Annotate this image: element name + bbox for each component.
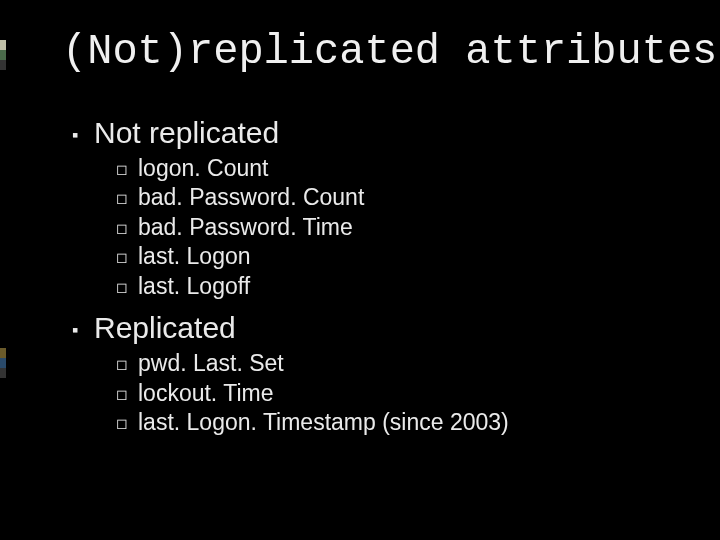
bullet-icon: ◻ [116,386,138,404]
bullet-icon: ◻ [116,161,138,179]
list-item-text: last. Logon [138,242,251,271]
bullet-icon: ◻ [116,220,138,238]
list-item-text: logon. Count [138,154,268,183]
section-heading: ▪ Not replicated [72,116,509,150]
bullet-icon: ▪ [72,126,94,144]
list-item: ◻last. Logon [116,242,509,271]
slide-title: (Not)replicated attributes [62,28,717,76]
section-heading: ▪ Replicated [72,311,509,345]
list-item: ◻bad. Password. Count [116,183,509,212]
list-item-text: bad. Password. Time [138,213,353,242]
list-item: ◻last. Logon. Timestamp (since 2003) [116,408,509,437]
slide-content: ▪ Not replicated ◻logon. Count ◻bad. Pas… [72,116,509,448]
list-item-text: pwd. Last. Set [138,349,284,378]
section-heading-text: Not replicated [94,116,279,150]
section-items: ◻pwd. Last. Set ◻lockout. Time ◻last. Lo… [116,349,509,437]
list-item: ◻bad. Password. Time [116,213,509,242]
list-item: ◻lockout. Time [116,379,509,408]
list-item-text: last. Logon. Timestamp (since 2003) [138,408,509,437]
bullet-icon: ◻ [116,415,138,433]
bullet-icon: ◻ [116,356,138,374]
bullet-icon: ▪ [72,321,94,339]
bullet-icon: ◻ [116,249,138,267]
list-item: ◻logon. Count [116,154,509,183]
list-item-text: bad. Password. Count [138,183,364,212]
list-item-text: last. Logoff [138,272,250,301]
list-item: ◻pwd. Last. Set [116,349,509,378]
slide: (Not)replicated attributes ▪ Not replica… [0,0,720,540]
section-heading-text: Replicated [94,311,236,345]
list-item-text: lockout. Time [138,379,274,408]
list-item: ◻last. Logoff [116,272,509,301]
section-items: ◻logon. Count ◻bad. Password. Count ◻bad… [116,154,509,301]
bullet-icon: ◻ [116,190,138,208]
bullet-icon: ◻ [116,279,138,297]
